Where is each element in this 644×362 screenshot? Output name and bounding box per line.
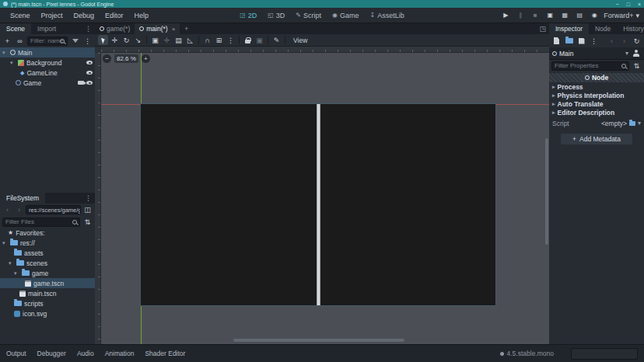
select-tool-button[interactable] [98, 35, 108, 45]
list-select-button[interactable]: ▣ [150, 35, 160, 45]
menu-editor[interactable]: Editor [100, 12, 129, 19]
tab-node[interactable]: Node [589, 23, 617, 34]
section-process[interactable]: ▸ Process [549, 82, 644, 91]
movie-maker-button[interactable]: ◉ [590, 12, 599, 19]
load-resource-button[interactable] [564, 36, 574, 46]
scene-tab-main[interactable]: main(*) × [135, 23, 180, 34]
scene-content[interactable] [141, 104, 495, 305]
maximize-button[interactable]: □ [627, 2, 630, 7]
scene-tree-row-background[interactable]: ▾ Background [0, 57, 95, 68]
scene-dock-menu-icon[interactable]: ⋮ [82, 23, 95, 34]
current-path[interactable]: res://scenes/game/game.t [26, 205, 81, 214]
visibility-toggle-icon[interactable] [86, 71, 93, 75]
expand-all-icon[interactable]: ⇅ [632, 61, 642, 71]
section-editor-description[interactable]: ▸ Editor Description [549, 108, 644, 117]
file-row-icon-svg[interactable]: icon.svg [0, 308, 95, 318]
remote-debug-button[interactable]: ▣ [545, 12, 555, 19]
expand-arrow-icon[interactable]: ▾ [2, 50, 8, 56]
workspace-3d[interactable]: ◱ 3D [268, 12, 285, 19]
bottom-tab-animation[interactable]: Animation [105, 350, 135, 357]
play-custom-scene-button[interactable]: ▤ [575, 12, 584, 19]
scene-tree-row-game[interactable]: Game [0, 78, 95, 88]
pause-button[interactable]: ∥ [516, 12, 525, 19]
file-row-game-folder[interactable]: ▾ game [0, 268, 95, 278]
zoom-in-button[interactable]: + [142, 54, 150, 63]
pivot-tool-button[interactable]: ✛ [162, 35, 172, 45]
file-row-main-tscn[interactable]: main.tscn [0, 288, 95, 298]
play-button[interactable]: ▶ [501, 12, 510, 19]
expand-arrow-icon[interactable]: ▾ [9, 260, 14, 266]
save-resource-button[interactable] [576, 36, 586, 46]
resource-options-icon[interactable]: ⋮ [589, 36, 599, 46]
menu-debug[interactable]: Debug [68, 12, 100, 19]
section-auto-translate[interactable]: ▸ Auto Translate [549, 99, 644, 108]
zoom-level[interactable]: 82.6 % [114, 54, 138, 63]
background-rect-right[interactable] [320, 104, 495, 305]
expand-arrow-icon[interactable]: ▾ [14, 270, 19, 277]
group-button[interactable]: ▣ [254, 35, 264, 45]
minimize-button[interactable]: − [616, 2, 619, 7]
nav-back-button[interactable]: ‹ [2, 205, 12, 215]
skeleton-options-button[interactable]: ✎ [271, 35, 282, 45]
play-scene-button[interactable]: ▦ [560, 12, 569, 19]
2d-viewport[interactable]: − 82.6 % + [95, 47, 549, 344]
script-value[interactable]: <empty> [601, 120, 627, 127]
add-metadata-button[interactable]: + Add Metadata [561, 134, 632, 144]
tab-filesystem[interactable]: FileSystem [0, 193, 45, 204]
renderer-selector[interactable]: Forward+ ▾ [604, 12, 639, 19]
workspace-script[interactable]: ✎ Script [296, 12, 321, 19]
version-info[interactable]: 4.5.stable.mono [500, 350, 554, 357]
filter-options-icon[interactable] [70, 36, 80, 46]
chevron-down-icon[interactable]: ▾ [638, 120, 641, 127]
folder-icon[interactable] [629, 121, 635, 126]
file-row-scripts[interactable]: scripts [0, 298, 95, 308]
scale-tool-button[interactable]: ↘ [133, 35, 143, 45]
new-resource-button[interactable] [551, 36, 562, 46]
filesystem-menu-icon[interactable]: ⋮ [82, 193, 95, 204]
zoom-out-button[interactable]: − [103, 54, 111, 63]
menu-scene[interactable]: Scene [5, 12, 36, 19]
manage-properties-button[interactable] [631, 48, 641, 58]
close-button[interactable]: × [638, 2, 641, 7]
vertical-scrollbar[interactable] [545, 138, 548, 245]
property-filter-input[interactable] [551, 61, 629, 71]
file-row-favorites[interactable]: ★ Favorites: [0, 228, 95, 238]
scene-tree-menu-icon[interactable]: ⋮ [82, 36, 93, 46]
file-row-scenes[interactable]: ▾ scenes [0, 258, 95, 268]
workspace-2d[interactable]: ◲ 2D [240, 12, 257, 19]
expand-arrow-icon[interactable]: ▾ [2, 240, 8, 246]
move-tool-button[interactable]: ✛ [110, 35, 120, 45]
lock-button[interactable] [243, 35, 253, 45]
visibility-toggle-icon[interactable] [86, 81, 93, 85]
history-back-button[interactable]: ‹ [607, 36, 617, 46]
bottom-tab-output[interactable]: Output [6, 350, 26, 357]
file-sort-icon[interactable]: ⇅ [82, 217, 93, 227]
pan-tool-button[interactable]: ▤ [173, 35, 184, 45]
file-row-res[interactable]: ▾ res:// [0, 238, 95, 248]
split-view-icon[interactable]: ◫ [82, 205, 93, 215]
history-forward-button[interactable]: › [619, 36, 629, 46]
close-tab-icon[interactable]: × [172, 26, 176, 33]
scene-tree-row-main[interactable]: ▾ Main [0, 47, 95, 57]
new-scene-tab-button[interactable]: + [180, 23, 193, 34]
file-row-game-tscn[interactable]: game.tscn [0, 278, 95, 288]
visibility-toggle-icon[interactable] [86, 61, 93, 64]
tab-history[interactable]: History [617, 23, 644, 34]
nav-forward-button[interactable]: › [14, 205, 24, 215]
smart-snap-button[interactable]: ∩ [202, 35, 212, 45]
tab-inspector[interactable]: Inspector [549, 23, 589, 34]
file-filter-input[interactable] [2, 218, 80, 227]
menu-help[interactable]: Help [129, 12, 155, 19]
object-history-icon[interactable]: ↻ [632, 36, 642, 46]
bottom-tab-shader-editor[interactable]: Shader Editor [145, 350, 185, 357]
tab-import[interactable]: Import [31, 23, 62, 34]
workspace-game[interactable]: ◉ Game [332, 12, 359, 19]
add-node-button[interactable]: + [2, 36, 12, 46]
scene-tree-row-gameline[interactable]: ◆ GameLine [0, 68, 95, 78]
bottom-tab-debugger[interactable]: Debugger [37, 350, 66, 357]
menu-project[interactable]: Project [36, 12, 68, 19]
bottom-tab-audio[interactable]: Audio [77, 350, 94, 357]
workspace-assetlib[interactable]: ↧ AssetLib [370, 12, 404, 19]
snap-options-icon[interactable]: ⋮ [226, 35, 236, 45]
window-titlebar[interactable]: (*) main.tscn - Pixel lennes - Godot Eng… [0, 0, 644, 8]
